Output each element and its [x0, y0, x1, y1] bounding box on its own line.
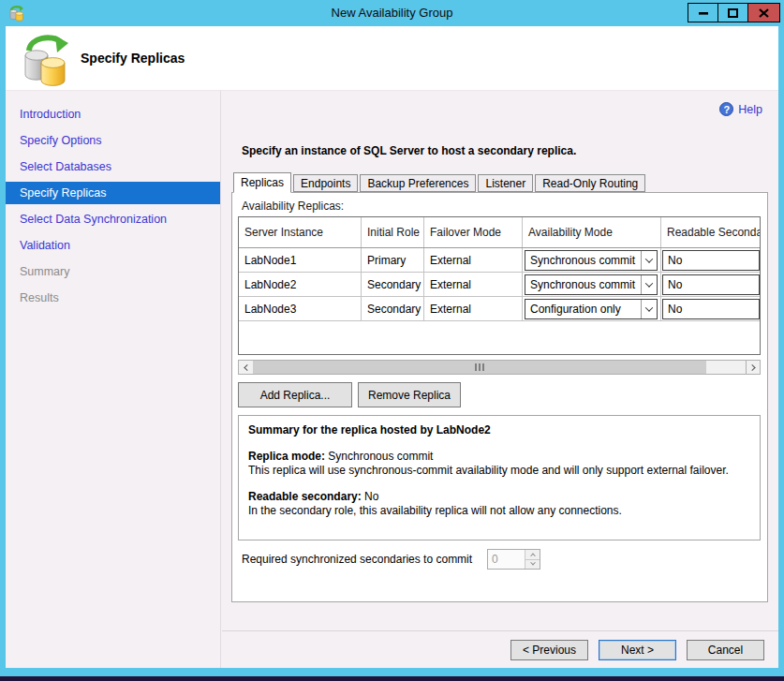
column-header-availability-mode: Availability Mode — [523, 217, 661, 247]
readable-secondary-summary-value: No — [362, 490, 379, 503]
chevron-down-icon[interactable] — [641, 251, 657, 270]
page-title: Specify Replicas — [81, 51, 185, 66]
cell-failover-mode: External — [424, 248, 523, 272]
cell-initial-role: Secondary — [362, 297, 424, 320]
column-header-server-instance: Server Instance — [239, 217, 362, 247]
tab-replicas[interactable]: Replicas — [233, 172, 291, 193]
chevron-down-icon[interactable] — [641, 300, 657, 318]
chevron-left-icon[interactable] — [239, 361, 253, 374]
cell-server-instance: LabNode1 — [239, 248, 362, 272]
window-body: Specify Replicas Introduction Specify Op… — [6, 26, 778, 668]
help-question-icon: ? — [719, 102, 733, 116]
availability-mode-value: Synchronous commit — [525, 275, 641, 294]
grid-header-row: Server Instance Initial Role Failover Mo… — [239, 217, 760, 248]
horizontal-scrollbar[interactable] — [238, 360, 761, 375]
help-label: Help — [738, 103, 762, 116]
wizard-header: Specify Replicas — [6, 26, 778, 91]
readable-secondary-dropdown[interactable]: No — [662, 250, 760, 271]
cell-server-instance: LabNode3 — [239, 297, 362, 320]
availability-mode-dropdown[interactable]: Synchronous commit — [525, 250, 658, 271]
wizard-steps-sidebar: Introduction Specify Options Select Data… — [6, 91, 221, 668]
availability-replicas-label: Availability Replicas: — [242, 200, 344, 213]
replica-mode-line: Replica mode: Synchronous commit — [248, 450, 750, 464]
cancel-button[interactable]: Cancel — [687, 640, 764, 660]
availability-mode-value: Configuration only — [525, 300, 641, 318]
cell-initial-role: Primary — [362, 248, 424, 272]
footer-divider — [222, 630, 778, 631]
chevron-down-icon[interactable] — [641, 275, 657, 294]
readable-secondary-description: In the secondary role, this availability… — [248, 504, 750, 518]
column-header-failover-mode: Failover Mode — [424, 217, 523, 247]
table-row[interactable]: LabNode3 Secondary External Configuratio… — [239, 297, 760, 321]
add-replica-button[interactable]: Add Replica... — [238, 382, 352, 407]
cell-failover-mode: External — [424, 273, 523, 296]
window-bottom-edge — [0, 676, 784, 681]
scrollbar-thumb[interactable] — [253, 361, 706, 374]
previous-button[interactable]: < Previous — [510, 640, 588, 660]
maximize-button[interactable] — [717, 3, 748, 22]
tab-strip: Replicas Endpoints Backup Preferences Li… — [233, 171, 647, 192]
table-row[interactable]: LabNode2 Secondary External Synchronous … — [239, 273, 760, 297]
instruction-text: Specify an instance of SQL Server to hos… — [242, 144, 576, 157]
replica-mode-description: This replica will use synchronous-commit… — [248, 464, 750, 478]
readable-secondary-line: Readable secondary: No — [248, 490, 750, 504]
tab-endpoints[interactable]: Endpoints — [293, 174, 358, 192]
spinner-down-icon — [525, 560, 540, 570]
sidebar-item-select-data-synchronization[interactable]: Select Data Synchronization — [6, 206, 220, 232]
sidebar-item-summary: Summary — [6, 259, 220, 285]
cell-server-instance: LabNode2 — [239, 273, 362, 296]
spinner-arrows — [525, 550, 540, 569]
remove-replica-button[interactable]: Remove Replica — [358, 382, 461, 407]
main-content: ? Help Specify an instance of SQL Server… — [222, 91, 778, 668]
column-header-readable-secondary: Readable Secondary — [661, 217, 760, 247]
availability-mode-value: Synchronous commit — [525, 251, 641, 270]
close-button[interactable] — [747, 3, 780, 22]
summary-title: Summary for the replica hosted by LabNod… — [248, 423, 750, 437]
titlebar[interactable]: New Availability Group — [0, 0, 784, 26]
availability-mode-dropdown[interactable]: Synchronous commit — [525, 274, 658, 295]
readable-secondary-value: No — [668, 278, 682, 291]
column-header-initial-role: Initial Role — [362, 217, 424, 247]
readable-secondary-value: No — [668, 254, 682, 267]
sidebar-item-specify-options[interactable]: Specify Options — [6, 127, 220, 154]
sidebar-item-select-databases[interactable]: Select Databases — [6, 154, 220, 180]
minimize-button[interactable] — [688, 3, 718, 22]
window-title: New Availability Group — [0, 0, 784, 26]
spinner-value: 0 — [488, 550, 525, 569]
database-sync-icon — [19, 31, 69, 91]
help-link[interactable]: ? Help — [719, 102, 762, 116]
sidebar-item-results: Results — [6, 285, 220, 311]
sidebar-item-validation[interactable]: Validation — [6, 232, 220, 259]
readable-secondary-label: Readable secondary: — [248, 490, 362, 503]
availability-replicas-grid: Server Instance Initial Role Failover Mo… — [238, 216, 761, 355]
new-availability-group-window: New Availability Group — [0, 0, 784, 681]
tab-listener[interactable]: Listener — [478, 174, 533, 192]
chevron-right-icon[interactable] — [746, 361, 760, 374]
spinner-up-icon — [525, 550, 540, 560]
replica-summary-box: Summary for the replica hosted by LabNod… — [238, 415, 761, 540]
availability-mode-dropdown[interactable]: Configuration only — [525, 299, 658, 319]
replicas-tab-panel: Availability Replicas: Server Instance I… — [231, 192, 768, 602]
readable-secondary-dropdown[interactable]: No — [662, 274, 760, 295]
readable-secondary-dropdown[interactable]: No — [662, 299, 760, 319]
readable-secondary-value: No — [668, 303, 682, 316]
next-button[interactable]: Next > — [599, 640, 676, 660]
replica-mode-label: Replica mode: — [248, 450, 325, 463]
sidebar-item-introduction[interactable]: Introduction — [6, 101, 220, 127]
table-row[interactable]: LabNode1 Primary External Synchronous co… — [239, 248, 760, 273]
tab-read-only-routing[interactable]: Read-Only Routing — [535, 174, 645, 192]
tab-backup-preferences[interactable]: Backup Preferences — [360, 174, 476, 192]
required-secondaries-label: Required synchronized secondaries to com… — [242, 553, 472, 566]
required-secondaries-spinner: 0 — [487, 549, 540, 570]
replica-mode-value: Synchronous commit — [325, 450, 433, 463]
cell-failover-mode: External — [424, 297, 523, 320]
cell-initial-role: Secondary — [362, 273, 424, 296]
sidebar-item-specify-replicas[interactable]: Specify Replicas — [6, 182, 220, 204]
